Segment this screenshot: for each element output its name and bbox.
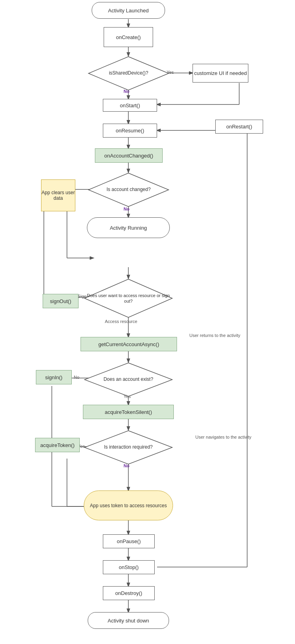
on-start-label: onStart()	[120, 102, 140, 108]
sign-in-node: signIn()	[36, 370, 72, 384]
customize-ui-label: customize UI if needed	[194, 70, 247, 76]
on-pause-node: onPause()	[103, 534, 155, 548]
on-resume-node: onResume()	[103, 124, 157, 138]
acquire-token-node: acquireToken()	[35, 438, 80, 452]
activity-launched-label: Activity Launched	[108, 8, 149, 14]
on-resume-label: onResume()	[116, 128, 144, 134]
sign-out-label: signOut()	[50, 298, 71, 304]
on-start-node: onStart()	[103, 99, 157, 112]
is-shared-device-node: isSharedDevice()?	[88, 56, 169, 91]
activity-shutdown-label: Activity shut down	[108, 618, 149, 624]
does-user-want-label: Does user want to access resource or sig…	[84, 293, 173, 304]
is-interaction-required-node: Is interaction required?	[84, 430, 173, 465]
app-uses-token-node: App uses token to access resources	[84, 490, 173, 520]
get-current-account-label: getCurrentAccountAsync()	[98, 341, 159, 347]
on-pause-label: onPause()	[117, 538, 141, 544]
on-create-node: onCreate()	[104, 27, 153, 47]
is-interaction-required-label: Is interaction required?	[104, 444, 153, 451]
is-account-changed-node: Is account changed?	[88, 172, 169, 207]
sign-out-node: signOut()	[43, 294, 79, 308]
on-destroy-node: onDestroy()	[103, 586, 155, 600]
access-resource-label: Access resource	[105, 319, 137, 324]
sign-in-label: signIn()	[45, 374, 62, 380]
app-uses-token-label: App uses token to access resources	[90, 503, 167, 508]
acquire-token-silent-label: acquireTokenSilent()	[105, 409, 152, 415]
on-restart-node: onRestart()	[215, 120, 263, 134]
does-account-exist-label: Does an account exist?	[104, 376, 153, 383]
flowchart: Activity Launched onCreate() isSharedDev…	[0, 0, 295, 644]
acquire-token-label: acquireToken()	[40, 442, 75, 448]
user-returns-label: User returns to the activity	[189, 333, 240, 338]
activity-launched-node: Activity Launched	[92, 2, 165, 19]
is-shared-device-no-label: No	[124, 89, 130, 94]
on-account-changed-label: onAccountChanged()	[104, 153, 153, 159]
is-interaction-required-no-label: No	[124, 463, 130, 468]
on-create-label: onCreate()	[116, 34, 141, 40]
on-destroy-label: onDestroy()	[115, 590, 142, 596]
app-clears-user-data-node: App clears user data	[41, 179, 75, 211]
is-shared-device-label: isSharedDevice()?	[109, 70, 148, 77]
app-clears-user-data-label: App clears user data	[41, 190, 75, 201]
does-user-want-node: Does user want to access resource or sig…	[84, 278, 173, 318]
does-account-exist-no-label: No	[74, 375, 79, 380]
activity-running-label: Activity Running	[110, 225, 147, 231]
get-current-account-node: getCurrentAccountAsync()	[81, 337, 177, 351]
activity-running-node: Activity Running	[87, 217, 170, 238]
on-account-changed-node: onAccountChanged()	[95, 148, 163, 163]
acquire-token-silent-node: acquireTokenSilent()	[83, 405, 174, 419]
activity-shutdown-node: Activity shut down	[88, 612, 169, 629]
does-account-exist-node: Does an account exist?	[84, 362, 173, 397]
is-account-changed-label: Is account changed?	[106, 187, 151, 193]
on-stop-label: onStop()	[119, 564, 139, 570]
is-account-changed-no-label: No	[124, 207, 130, 211]
customize-ui-node: customize UI if needed	[193, 64, 248, 83]
on-restart-label: onRestart()	[226, 124, 252, 130]
does-account-exist-yes-label: Yes	[124, 394, 131, 399]
is-shared-device-yes-label: Yes	[167, 70, 174, 75]
on-stop-node: onStop()	[103, 560, 155, 574]
user-navigates-label: User navigates to the activity	[195, 435, 252, 439]
